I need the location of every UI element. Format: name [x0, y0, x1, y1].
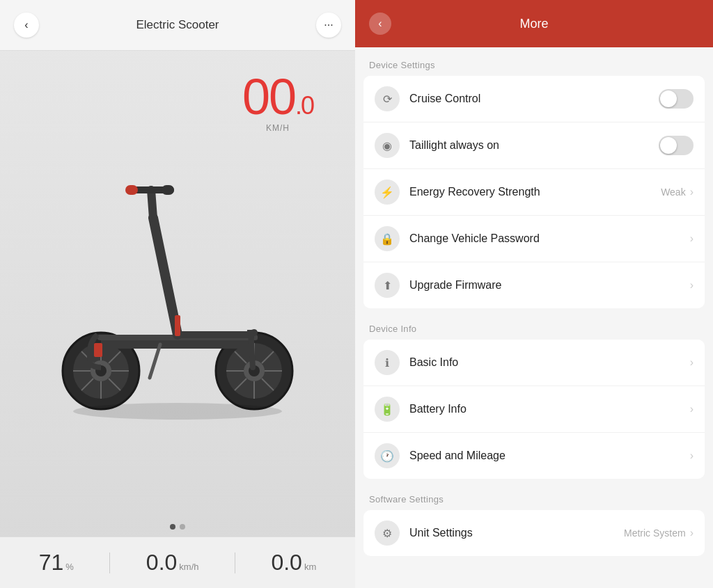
stat-battery: 71 %	[39, 550, 74, 575]
dot-1	[170, 524, 175, 530]
more-title: More	[398, 17, 670, 31]
battery-value: 71	[39, 550, 64, 575]
bottom-stats: 71 % 0.0 km/h 0.0 km	[0, 537, 355, 588]
svg-rect-36	[94, 343, 102, 357]
item-right-0-3: ›	[690, 232, 694, 245]
section-label-2: Software Settings	[355, 482, 713, 510]
svg-line-37	[150, 344, 160, 378]
toggle-knob-0-0	[660, 90, 677, 107]
item-icon-1-2: 🕐	[375, 443, 400, 468]
item-value-2-0: Metric System	[624, 527, 686, 539]
svg-rect-35	[175, 315, 180, 336]
svg-line-27	[151, 190, 153, 218]
left-header: ‹ Electric Scooter ···	[0, 0, 355, 51]
chevron-icon-0-2: ›	[690, 186, 694, 198]
toggle-0-0[interactable]	[659, 89, 694, 109]
settings-item-2-0[interactable]: ⚙Unit SettingsMetric System›	[363, 510, 705, 556]
section-label-1: Device Info	[355, 311, 713, 340]
item-label-1-2: Speed and Mileage	[409, 450, 690, 462]
distance-value: 0.0	[271, 550, 301, 575]
item-right-2-0: Metric System›	[624, 527, 694, 539]
item-right-0-1	[659, 136, 694, 155]
left-panel: ‹ Electric Scooter ··· 00.0 KM/H	[0, 0, 355, 588]
settings-item-0-3[interactable]: 🔒Change Vehicle Password›	[363, 216, 705, 262]
toggle-0-1[interactable]	[659, 136, 694, 155]
back-button[interactable]: ‹	[14, 13, 39, 38]
item-right-0-2: Weak›	[661, 186, 694, 198]
item-icon-1-1: 🔋	[375, 397, 400, 422]
item-right-1-1: ›	[690, 403, 694, 415]
svg-rect-33	[125, 185, 138, 195]
item-right-0-4: ›	[690, 279, 694, 292]
item-right-0-0	[659, 89, 694, 109]
svg-rect-34	[162, 185, 174, 195]
item-label-0-3: Change Vehicle Password	[409, 232, 690, 245]
item-right-1-2: ›	[690, 450, 694, 462]
battery-unit: %	[65, 562, 74, 572]
svg-point-38	[73, 403, 282, 420]
item-icon-0-2: ⚡	[375, 180, 400, 205]
settings-item-0-4[interactable]: ⬆Upgrade Firmware›	[363, 262, 705, 308]
chevron-icon-1-0: ›	[690, 356, 694, 369]
speed-display: 00.0 KM/H	[242, 72, 313, 133]
distance-unit: km	[304, 562, 316, 572]
settings-item-1-2[interactable]: 🕐Speed and Mileage›	[363, 433, 705, 479]
item-icon-0-4: ⬆	[375, 273, 400, 298]
settings-group-1: ℹBasic Info›🔋Battery Info›🕐Speed and Mil…	[363, 340, 705, 479]
item-label-0-0: Cruise Control	[409, 93, 659, 105]
svg-line-26	[153, 218, 178, 335]
chevron-icon-1-2: ›	[690, 450, 694, 462]
speed-value: 00.0	[242, 72, 313, 122]
settings-group-2: ⚙Unit SettingsMetric System›	[363, 510, 705, 556]
chevron-icon-1-1: ›	[690, 403, 694, 415]
stat-speed: 0.0 km/h	[146, 550, 199, 575]
chevron-icon-2-0: ›	[690, 527, 694, 539]
settings-item-0-0[interactable]: ⟳Cruise Control	[363, 76, 705, 122]
settings-item-0-1[interactable]: ◉Taillight always on	[363, 122, 705, 169]
section-label-0: Device Settings	[355, 47, 713, 76]
item-icon-1-0: ℹ	[375, 350, 400, 375]
speed-stat-value: 0.0	[146, 550, 177, 575]
more-button[interactable]: ···	[316, 13, 341, 38]
item-label-0-4: Upgrade Firmware	[409, 279, 690, 292]
item-label-2-0: Unit Settings	[409, 527, 624, 539]
dot-2	[180, 524, 185, 530]
right-header: ‹ More	[355, 0, 713, 47]
svg-line-31	[251, 333, 253, 367]
item-label-1-1: Battery Info	[409, 403, 690, 415]
speed-unit: KM/H	[242, 123, 313, 133]
item-label-0-2: Energy Recovery Strength	[409, 186, 661, 198]
item-icon-0-1: ◉	[375, 133, 400, 158]
page-title: Electric Scooter	[136, 18, 219, 32]
settings-item-0-2[interactable]: ⚡Energy Recovery StrengthWeak›	[363, 169, 705, 216]
chevron-icon-0-4: ›	[690, 279, 694, 292]
item-label-1-0: Basic Info	[409, 356, 690, 369]
item-right-1-0: ›	[690, 356, 694, 369]
divider-2	[235, 553, 235, 573]
dots-indicator	[0, 524, 355, 530]
settings-item-1-0[interactable]: ℹBasic Info›	[363, 340, 705, 386]
item-value-0-2: Weak	[661, 186, 686, 198]
speed-stat-unit: km/h	[179, 562, 198, 572]
item-icon-0-0: ⟳	[375, 86, 400, 111]
chevron-icon-0-3: ›	[690, 232, 694, 245]
settings-group-0: ⟳Cruise Control◉Taillight always on⚡Ener…	[363, 76, 705, 308]
right-back-button[interactable]: ‹	[369, 13, 391, 35]
settings-item-1-1[interactable]: 🔋Battery Info›	[363, 386, 705, 433]
toggle-knob-0-1	[660, 137, 677, 154]
item-label-0-1: Taillight always on	[409, 139, 659, 152]
item-icon-2-0: ⚙	[375, 521, 400, 546]
item-icon-0-3: 🔒	[375, 226, 400, 251]
scooter-area: 00.0 KM/H	[0, 51, 355, 524]
right-panel: ‹ More Device Settings⟳Cruise Control◉Ta…	[355, 0, 713, 588]
right-content: Device Settings⟳Cruise Control◉Taillight…	[355, 47, 713, 580]
divider-1	[109, 553, 110, 573]
scooter-image	[31, 148, 324, 440]
stat-distance: 0.0 km	[271, 550, 316, 575]
